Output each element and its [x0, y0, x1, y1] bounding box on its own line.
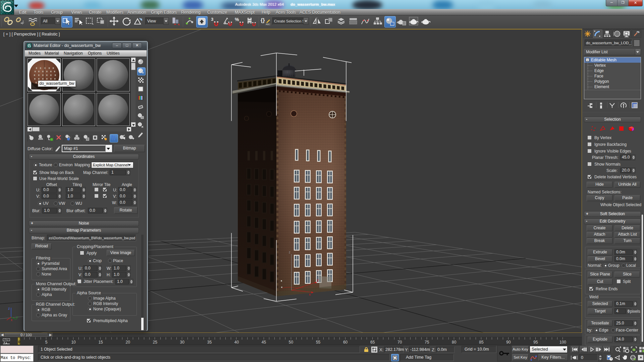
svg-text:ABC: ABC — [266, 23, 270, 25]
svg-text:z: z — [8, 306, 10, 310]
svg-text:3: 3 — [211, 17, 213, 22]
svg-text:y: y — [317, 278, 319, 282]
svg-text:y: y — [16, 315, 18, 319]
svg-text:x: x — [309, 293, 311, 296]
svg-text:{}: {} — [261, 17, 265, 23]
svg-text:%: % — [235, 17, 239, 22]
svg-text:x: x — [11, 318, 12, 322]
svg-text:z: z — [289, 250, 290, 254]
